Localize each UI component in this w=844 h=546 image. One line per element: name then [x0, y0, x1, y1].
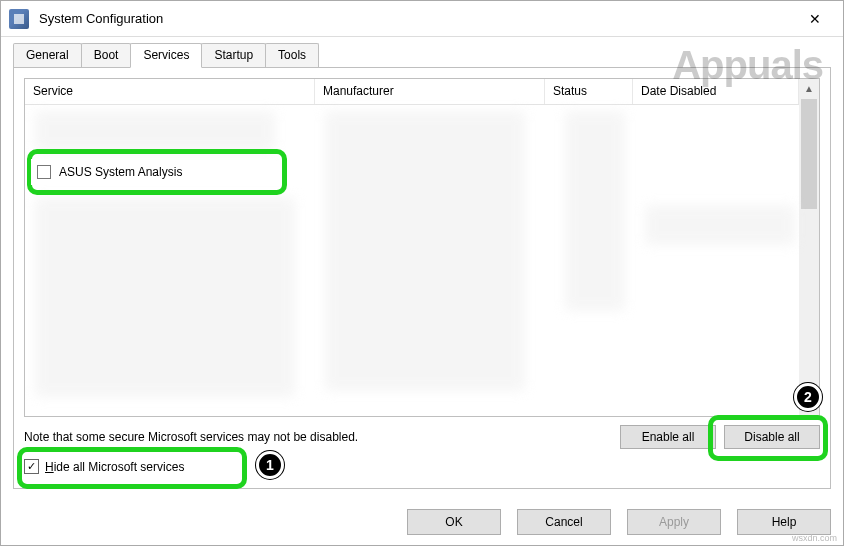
column-manufacturer[interactable]: Manufacturer: [315, 79, 545, 104]
help-button[interactable]: Help: [737, 509, 831, 535]
hide-microsoft-checkbox[interactable]: ✓: [24, 459, 39, 474]
column-status[interactable]: Status: [545, 79, 633, 104]
tab-services[interactable]: Services: [130, 43, 202, 68]
tab-strip: General Boot Services Startup Tools: [13, 43, 831, 67]
list-header: Service Manufacturer Status Date Disable…: [25, 79, 799, 105]
close-button[interactable]: ✕: [795, 4, 835, 34]
annotation-badge-2: 2: [794, 383, 822, 411]
scrollbar[interactable]: ▲ ▼: [799, 79, 819, 416]
titlebar: System Configuration ✕: [1, 1, 843, 37]
ok-button[interactable]: OK: [407, 509, 501, 535]
dialog-buttons: OK Cancel Apply Help: [1, 499, 843, 545]
note-text: Note that some secure Microsoft services…: [24, 430, 612, 444]
hide-microsoft-row: ✓ Hide all Microsoft services 1: [24, 459, 820, 474]
service-checkbox[interactable]: [37, 165, 51, 179]
services-panel: Service Manufacturer Status Date Disable…: [13, 67, 831, 489]
content-area: General Boot Services Startup Tools Serv…: [1, 37, 843, 499]
column-service[interactable]: Service: [25, 79, 315, 104]
list-body: ASUS System Analysis: [25, 105, 799, 416]
scroll-up-icon[interactable]: ▲: [800, 79, 818, 97]
services-list: Service Manufacturer Status Date Disable…: [24, 78, 820, 417]
below-list-row: Note that some secure Microsoft services…: [24, 425, 820, 449]
disable-all-button[interactable]: Disable all: [724, 425, 820, 449]
annotation-badge-1: 1: [256, 451, 284, 479]
window-title: System Configuration: [39, 11, 163, 26]
tab-startup[interactable]: Startup: [201, 43, 266, 67]
service-name: ASUS System Analysis: [59, 165, 182, 179]
scroll-thumb[interactable]: [801, 99, 817, 209]
tab-tools[interactable]: Tools: [265, 43, 319, 67]
service-row-asus[interactable]: ASUS System Analysis: [31, 159, 275, 185]
tab-boot[interactable]: Boot: [81, 43, 132, 67]
cancel-button[interactable]: Cancel: [517, 509, 611, 535]
msconfig-icon: [9, 9, 29, 29]
hide-microsoft-label: Hide all Microsoft services: [45, 460, 184, 474]
system-configuration-window: System Configuration ✕ General Boot Serv…: [0, 0, 844, 546]
column-date-disabled[interactable]: Date Disabled: [633, 79, 799, 104]
tab-general[interactable]: General: [13, 43, 82, 67]
apply-button[interactable]: Apply: [627, 509, 721, 535]
enable-all-button[interactable]: Enable all: [620, 425, 716, 449]
